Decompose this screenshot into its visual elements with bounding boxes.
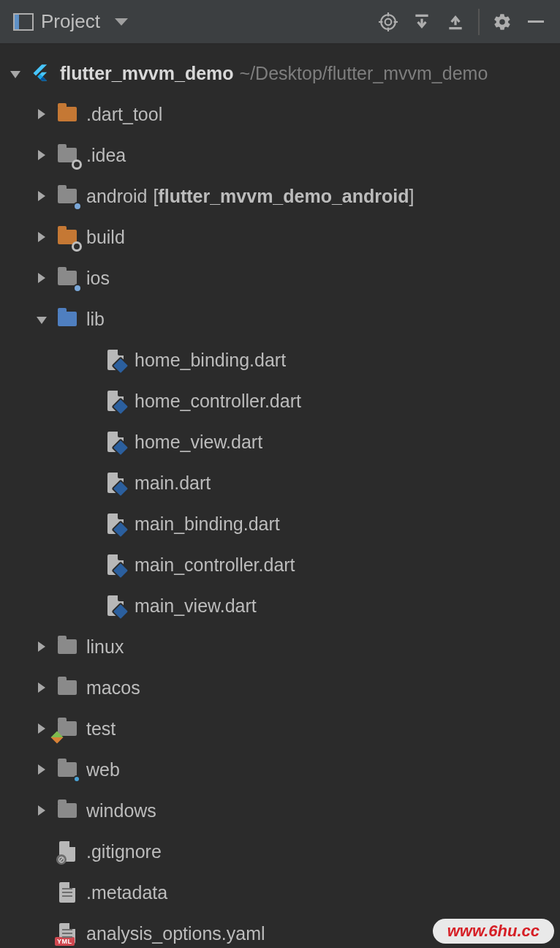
- file-label: .gitignore: [86, 841, 162, 862]
- panel-title[interactable]: Project: [41, 10, 100, 33]
- file-label: main_view.dart: [135, 595, 257, 617]
- view-dropdown-icon[interactable]: [115, 18, 128, 26]
- expand-all-button[interactable]: [406, 7, 437, 37]
- yaml-file-icon: YML: [56, 922, 79, 945]
- dart-file-icon: [104, 512, 127, 535]
- project-panel-icon: [13, 13, 34, 31]
- dart-file-icon: [104, 348, 127, 372]
- tree-folder-test[interactable]: test: [0, 708, 560, 749]
- dart-file-icon: [104, 553, 127, 576]
- tree-root[interactable]: flutter_mvvm_demo ~/Desktop/flutter_mvvm…: [0, 53, 560, 94]
- tree-folder-build[interactable]: build: [0, 217, 560, 257]
- dart-file-icon: [104, 430, 127, 454]
- file-label: analysis_options.yaml: [86, 923, 265, 944]
- collapse-all-button[interactable]: [440, 7, 471, 37]
- tree-file[interactable]: home_controller.dart: [0, 380, 560, 421]
- gitignore-file-icon: [56, 840, 79, 863]
- expand-toggle-icon[interactable]: [34, 764, 50, 775]
- folder-icon: [56, 635, 79, 658]
- tree-file-gitignore[interactable]: .gitignore: [0, 831, 560, 872]
- expand-toggle-icon[interactable]: [34, 642, 50, 652]
- svg-point-0: [381, 15, 396, 29]
- module-folder-icon: [56, 266, 79, 290]
- text-file-icon: [56, 881, 79, 904]
- folder-label: ios: [86, 268, 110, 289]
- minimize-icon: [528, 20, 544, 23]
- expand-toggle-icon[interactable]: [34, 315, 50, 323]
- dart-file-icon: [104, 389, 127, 413]
- folder-icon: [56, 102, 79, 126]
- expand-toggle-icon[interactable]: [34, 723, 50, 734]
- folder-icon: [56, 676, 79, 699]
- folder-label: web: [86, 759, 120, 780]
- select-opened-file-button[interactable]: [373, 7, 404, 37]
- expand-toggle-icon[interactable]: [34, 150, 50, 160]
- watermark: www.6hu.cc: [433, 919, 554, 944]
- file-label: home_view.dart: [135, 432, 262, 453]
- tree-file[interactable]: main_binding.dart: [0, 503, 560, 544]
- expand-toggle-icon[interactable]: [34, 682, 50, 693]
- tree-folder-dart-tool[interactable]: .dart_tool: [0, 94, 560, 135]
- tree-folder-idea[interactable]: .idea: [0, 135, 560, 176]
- flutter-icon: [29, 61, 53, 85]
- expand-toggle-icon[interactable]: [34, 805, 50, 816]
- tree-file-metadata[interactable]: .metadata: [0, 872, 560, 913]
- tree-folder-ios[interactable]: ios: [0, 257, 560, 298]
- root-name: flutter_mvvm_demo: [60, 63, 234, 84]
- folder-label: android: [86, 186, 147, 207]
- folder-label: lib: [86, 309, 105, 330]
- hide-panel-button[interactable]: [521, 7, 551, 37]
- file-label: home_binding.dart: [135, 350, 286, 371]
- file-label: main.dart: [135, 473, 211, 494]
- project-tree: flutter_mvvm_demo ~/Desktop/flutter_mvvm…: [0, 45, 560, 948]
- folder-label: .dart_tool: [86, 104, 162, 125]
- tree-file[interactable]: main_view.dart: [0, 585, 560, 626]
- expand-toggle-icon[interactable]: [7, 69, 23, 77]
- tree-folder-windows[interactable]: windows: [0, 790, 560, 831]
- settings-button[interactable]: [487, 7, 518, 37]
- module-name: [flutter_mvvm_demo_android]: [153, 186, 414, 207]
- expand-toggle-icon[interactable]: [34, 191, 50, 201]
- tree-file[interactable]: home_binding.dart: [0, 339, 560, 380]
- test-folder-icon: [56, 717, 79, 740]
- expand-toggle-icon[interactable]: [34, 273, 50, 283]
- toolbar-separator: [478, 9, 480, 35]
- file-label: home_controller.dart: [135, 391, 301, 412]
- tree-folder-android[interactable]: android [flutter_mvvm_demo_android]: [0, 176, 560, 217]
- folder-label: linux: [86, 636, 124, 658]
- tree-file[interactable]: home_view.dart: [0, 421, 560, 462]
- folder-label: windows: [86, 800, 156, 821]
- file-label: main_binding.dart: [135, 514, 280, 535]
- project-toolbar: Project: [0, 0, 560, 45]
- module-folder-icon: [56, 184, 79, 208]
- expand-toggle-icon[interactable]: [34, 109, 50, 119]
- folder-label: test: [86, 718, 116, 740]
- file-label: main_controller.dart: [135, 554, 295, 576]
- tree-folder-lib[interactable]: lib: [0, 298, 560, 339]
- folder-icon: [56, 799, 79, 822]
- tree-folder-linux[interactable]: linux: [0, 626, 560, 667]
- folder-label: .idea: [86, 145, 126, 166]
- web-folder-icon: [56, 758, 79, 781]
- folder-icon: [56, 143, 79, 167]
- file-label: .metadata: [86, 882, 167, 903]
- svg-point-1: [385, 18, 392, 25]
- folder-label: build: [86, 227, 125, 248]
- root-path: ~/Desktop/flutter_mvvm_demo: [240, 63, 488, 84]
- folder-icon: [56, 225, 79, 249]
- tree-folder-macos[interactable]: macos: [0, 667, 560, 708]
- dart-file-icon: [104, 471, 127, 494]
- tree-folder-web[interactable]: web: [0, 749, 560, 790]
- expand-toggle-icon[interactable]: [34, 232, 50, 242]
- tree-file[interactable]: main.dart: [0, 462, 560, 503]
- folder-label: macos: [86, 677, 140, 699]
- dart-file-icon: [104, 594, 127, 617]
- folder-icon: [56, 307, 79, 331]
- tree-file[interactable]: main_controller.dart: [0, 544, 560, 585]
